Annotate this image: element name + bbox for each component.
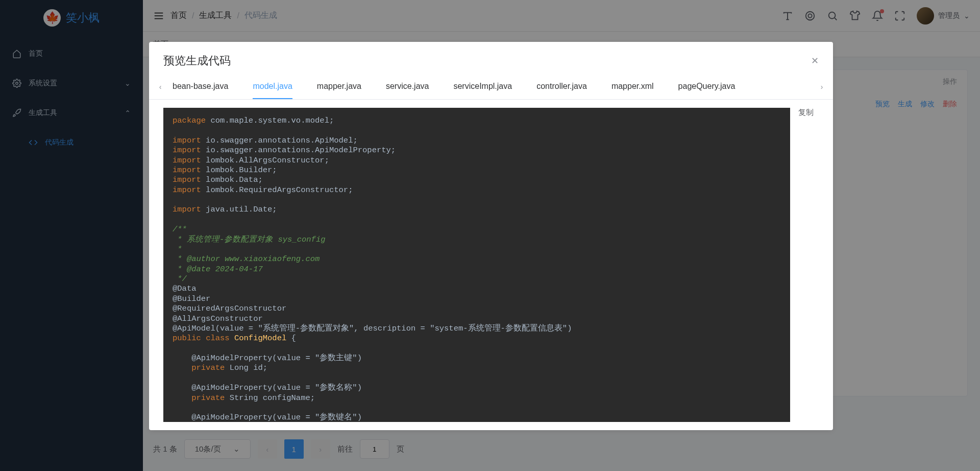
tab-mapperxml[interactable]: mapper.xml xyxy=(611,75,654,99)
modal-title: 预览生成代码 xyxy=(163,53,231,68)
copy-button[interactable]: 复制 xyxy=(798,108,819,422)
tab-pagequery[interactable]: pageQuery.java xyxy=(678,75,736,99)
tab-mapper[interactable]: mapper.java xyxy=(317,75,361,99)
tab-controller[interactable]: controller.java xyxy=(536,75,587,99)
tab-service[interactable]: service.java xyxy=(386,75,429,99)
tabs-prev-icon[interactable]: ‹ xyxy=(153,83,167,91)
modal-header: 预览生成代码 ✕ xyxy=(149,42,833,75)
modal-tabs: ‹ bean-base.java model.java mapper.java … xyxy=(149,75,833,100)
code-block[interactable]: package com.maple.system.vo.model; impor… xyxy=(163,108,790,422)
code-preview-modal: 预览生成代码 ✕ ‹ bean-base.java model.java map… xyxy=(149,42,833,430)
tab-serviceimpl[interactable]: serviceImpl.java xyxy=(453,75,512,99)
tab-bean-base[interactable]: bean-base.java xyxy=(173,75,228,99)
tabs-next-icon[interactable]: › xyxy=(815,83,829,91)
tab-model[interactable]: model.java xyxy=(253,75,292,99)
close-icon[interactable]: ✕ xyxy=(811,55,819,66)
modal-body: package com.maple.system.vo.model; impor… xyxy=(149,100,833,430)
